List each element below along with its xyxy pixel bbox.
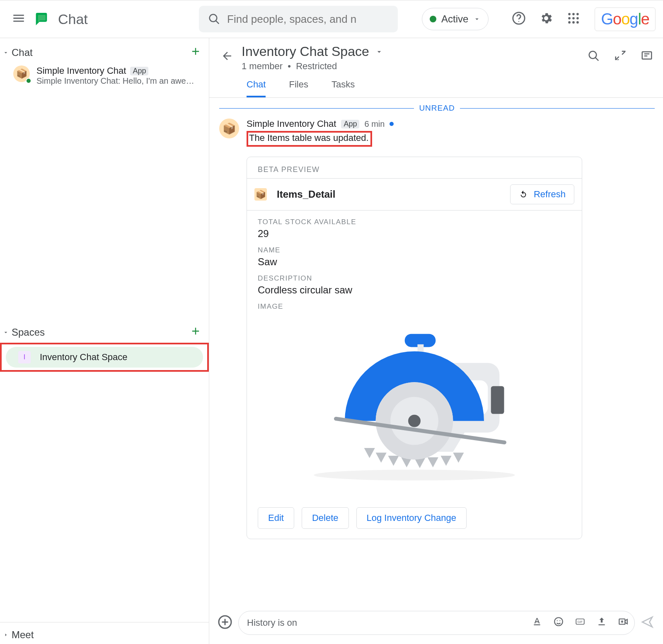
item-image [258, 312, 571, 491]
space-title: Inventory Chat Space [242, 44, 369, 59]
composer-placeholder: History is on [247, 617, 532, 628]
chat-panel-icon[interactable] [641, 50, 653, 64]
chat-logo[interactable]: Chat [33, 11, 88, 27]
delete-button[interactable]: Delete [302, 507, 349, 529]
app-name: Chat [58, 11, 88, 27]
svg-point-19 [408, 415, 421, 427]
card-header: 📦 Items_Detail Refresh [247, 178, 582, 211]
composer-row: History is on GIF [209, 603, 663, 644]
top-bar: Chat Active Google [0, 0, 663, 38]
gif-icon[interactable]: GIF [575, 616, 586, 629]
back-button[interactable] [219, 44, 242, 64]
svg-point-12 [314, 470, 515, 480]
svg-rect-14 [491, 386, 504, 414]
tab-files[interactable]: Files [289, 79, 308, 97]
main-menu-icon[interactable] [12, 11, 26, 27]
svg-point-24 [559, 620, 560, 621]
svg-point-3 [573, 13, 575, 15]
spaces-section-label: Spaces [12, 327, 45, 338]
chat-section-header[interactable]: Chat [0, 42, 209, 63]
emoji-icon[interactable] [553, 616, 564, 629]
meet-section-header[interactable]: Meet [0, 622, 209, 644]
message-time: 6 min [364, 119, 385, 129]
chat-item-avatar: 📦 [13, 65, 30, 82]
composer-formatting-icons: GIF [532, 616, 629, 629]
caret-down-icon [2, 329, 9, 336]
log-change-button[interactable]: Log Inventory Change [356, 507, 467, 529]
refresh-button[interactable]: Refresh [510, 184, 574, 204]
add-attachment-button[interactable] [218, 615, 232, 631]
status-dropdown[interactable]: Active [422, 8, 489, 30]
unread-divider: UNREAD [219, 104, 655, 113]
google-account-button[interactable]: Google [595, 7, 656, 31]
main-panel: Inventory Chat Space 1 member • Restrict… [209, 38, 663, 644]
sidebar: Chat 📦 Simple Inventory Chat App Simple … [0, 38, 209, 644]
svg-point-6 [573, 17, 575, 19]
top-bar-actions [512, 11, 581, 27]
svg-point-10 [577, 21, 579, 24]
svg-point-22 [554, 617, 563, 626]
text-format-icon[interactable] [532, 616, 542, 629]
status-label: Active [441, 13, 468, 25]
send-button[interactable] [641, 615, 654, 630]
svg-point-23 [557, 620, 558, 621]
circular-saw-illustration [298, 320, 530, 483]
svg-point-5 [569, 17, 571, 19]
card-actions: Edit Delete Log Inventory Change [247, 507, 582, 539]
name-label: NAME [258, 246, 571, 254]
svg-point-4 [577, 13, 579, 15]
stock-label: TOTAL STOCK AVAILABLE [258, 218, 571, 226]
space-item[interactable]: I Inventory Chat Space [6, 347, 203, 368]
app-badge: App [341, 120, 359, 128]
chevron-down-icon[interactable] [375, 48, 383, 56]
chat-item-preview: Simple Inventory Chat: Hello, I'm an awe… [36, 76, 203, 86]
search-in-space-icon[interactable] [588, 50, 600, 64]
refresh-icon [519, 190, 528, 199]
presence-dot-icon [430, 16, 436, 22]
svg-text:GIF: GIF [578, 620, 583, 624]
search-input[interactable] [227, 13, 389, 26]
space-header-actions [588, 44, 653, 64]
space-tabs: Chat Files Tasks [209, 72, 663, 98]
search-icon [208, 13, 220, 25]
svg-point-2 [569, 13, 571, 15]
apps-grid-icon[interactable] [566, 11, 581, 27]
name-value: Saw [258, 256, 571, 268]
svg-point-8 [569, 21, 571, 24]
item-card: BETA PREVIEW 📦 Items_Detail Refresh TO [247, 157, 582, 539]
edit-button[interactable]: Edit [258, 507, 294, 529]
collapse-icon[interactable] [614, 50, 627, 64]
message-sender: Simple Inventory Chat [247, 119, 336, 129]
card-beta-label: BETA PREVIEW [247, 157, 582, 178]
help-icon[interactable] [512, 11, 526, 27]
search-box[interactable] [199, 6, 398, 32]
spaces-section-header[interactable]: Spaces [0, 322, 209, 343]
svg-point-7 [577, 17, 579, 19]
unread-label: UNREAD [419, 104, 455, 113]
upload-icon[interactable] [596, 616, 607, 629]
chat-item-title: Simple Inventory Chat [36, 65, 126, 76]
video-call-icon[interactable] [618, 616, 629, 629]
caret-right-icon [2, 632, 9, 638]
composer-input[interactable]: History is on GIF [238, 611, 635, 635]
space-member-count: 1 member [242, 61, 283, 71]
app-badge: App [130, 67, 148, 75]
card-title: Items_Detail [277, 189, 335, 200]
box-icon: 📦 [254, 188, 267, 201]
desc-value: Cordless circular saw [258, 284, 571, 296]
image-label: IMAGE [258, 303, 571, 311]
unread-dot-icon [390, 122, 394, 126]
tab-tasks[interactable]: Tasks [332, 79, 355, 97]
svg-point-1 [518, 21, 519, 22]
space-header: Inventory Chat Space 1 member • Restrict… [209, 38, 663, 72]
presence-dot-icon [26, 78, 31, 84]
desc-label: DESCRIPTION [258, 274, 571, 283]
message-avatar: 📦 [219, 119, 239, 138]
new-space-button[interactable] [190, 325, 201, 339]
tab-chat[interactable]: Chat [247, 79, 266, 97]
stock-value: 29 [258, 228, 571, 240]
settings-icon[interactable] [539, 11, 553, 27]
message: 📦 Simple Inventory Chat App 6 min The It… [219, 119, 655, 539]
chat-item[interactable]: 📦 Simple Inventory Chat App Simple Inven… [0, 63, 209, 90]
new-chat-button[interactable] [190, 46, 201, 60]
